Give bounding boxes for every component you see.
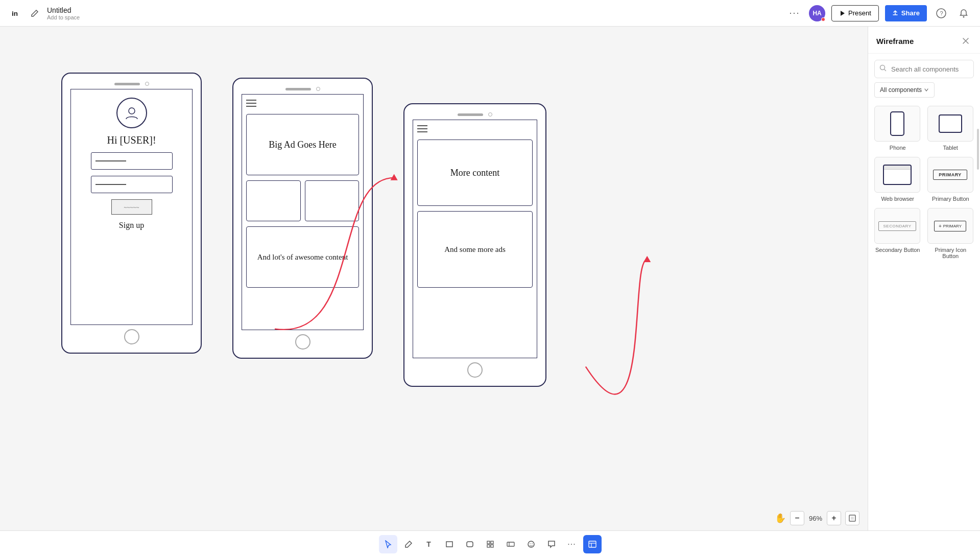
bottom-right-controls: ✋ − 96% + — [775, 511, 859, 525]
hand-tool-icon[interactable]: ✋ — [775, 513, 786, 524]
help-button[interactable]: ? — [933, 5, 949, 21]
phone2-home-button — [295, 334, 310, 350]
main-content: Hi [USER]! ~~~~~ Sign up — [0, 27, 980, 530]
ad-box: Big Ad Goes Here — [246, 114, 359, 175]
phone2-speaker — [285, 88, 311, 90]
components-grid: Phone Tablet Web browser — [874, 106, 974, 259]
ad-text: Big Ad Goes Here — [269, 140, 336, 150]
svg-rect-18 — [507, 542, 514, 546]
svg-rect-17 — [491, 545, 493, 547]
share-button[interactable]: Share — [885, 5, 927, 21]
zoom-out-button[interactable]: − — [790, 511, 804, 525]
tool-more[interactable]: ··· — [563, 535, 581, 553]
content-text: And lot's of awesome content — [257, 253, 348, 262]
fullscreen-button[interactable] — [845, 511, 859, 525]
tool-comment[interactable] — [542, 535, 561, 553]
component-secondary-btn-thumb: SECONDARY — [874, 208, 920, 244]
user-avatar-circle — [116, 98, 147, 128]
component-primary-icon-btn-thumb: + PRIMARY — [927, 208, 973, 244]
present-button[interactable]: Present — [831, 5, 879, 21]
project-title[interactable]: Untitled — [47, 6, 80, 14]
phone-camera — [145, 82, 149, 86]
component-primary-icon-button[interactable]: + PRIMARY Primary Icon Button — [927, 208, 974, 259]
thumb-primary-icon-btn-shape: + PRIMARY — [934, 221, 966, 231]
panel-title: Wireframe — [876, 37, 914, 45]
search-input[interactable] — [874, 60, 974, 78]
components-scroll[interactable]: Phone Tablet Web browser — [868, 102, 980, 530]
zoom-in-button[interactable]: + — [827, 511, 841, 525]
right-panel: Wireframe All components — [868, 27, 980, 530]
thumb-tablet-shape — [939, 114, 962, 133]
zoom-level: 96% — [806, 515, 825, 522]
component-tablet-label: Tablet — [927, 145, 974, 151]
two-col-section — [246, 180, 359, 221]
thumb-browser-shape — [883, 165, 912, 185]
more-content-box: More content — [417, 140, 533, 206]
menu-icon — [246, 100, 359, 107]
phone-wireframe-3[interactable]: More content And some more ads — [403, 103, 546, 387]
component-primary-button[interactable]: PRIMARY Primary Button — [927, 157, 974, 202]
panel-header: Wireframe — [868, 27, 980, 54]
panel-search — [874, 60, 974, 78]
content-box: And lot's of awesome content — [246, 226, 359, 288]
thumb-secondary-btn-shape: SECONDARY — [878, 221, 916, 231]
phone3-camera — [488, 112, 492, 117]
avatar[interactable]: HA — [809, 5, 825, 21]
tool-select[interactable] — [379, 535, 397, 553]
component-phone[interactable]: Phone — [874, 106, 921, 151]
panel-close-button[interactable] — [960, 35, 972, 47]
svg-rect-10 — [851, 517, 854, 520]
phone2-camera — [316, 87, 320, 91]
panel-filter: All components — [868, 82, 980, 102]
phone3-menu-icon — [417, 125, 533, 132]
component-secondary-button[interactable]: SECONDARY Secondary Button — [874, 208, 921, 259]
svg-rect-23 — [589, 541, 596, 547]
svg-point-21 — [530, 543, 531, 544]
svg-rect-12 — [446, 542, 452, 547]
input-field-2 — [91, 176, 173, 193]
project-subtitle[interactable]: Add to space — [47, 14, 80, 20]
svg-marker-8 — [643, 256, 651, 262]
component-primary-btn-thumb: PRIMARY — [927, 157, 973, 193]
phone3-speaker — [458, 113, 483, 116]
canvas[interactable]: Hi [USER]! ~~~~~ Sign up — [0, 27, 868, 530]
search-icon — [879, 64, 887, 74]
zoom-controls: − 96% + — [790, 511, 841, 525]
component-primary-icon-btn-label: Primary Icon Button — [927, 247, 974, 259]
phone-wireframe-1[interactable]: Hi [USER]! ~~~~~ Sign up — [61, 73, 202, 354]
topbar: in Untitled Add to space ··· HA Present … — [0, 0, 980, 27]
svg-marker-2 — [841, 11, 845, 16]
component-web-browser[interactable]: Web browser — [874, 157, 921, 202]
more-options-button[interactable]: ··· — [786, 5, 803, 21]
notifications-button[interactable] — [955, 5, 972, 21]
component-browser-thumb — [874, 157, 920, 193]
component-tablet[interactable]: Tablet — [927, 106, 974, 151]
tool-rounded-rect[interactable] — [461, 535, 479, 553]
component-phone-label: Phone — [874, 145, 921, 151]
tool-components[interactable] — [501, 535, 520, 553]
browser-bar — [884, 166, 911, 170]
input-placeholder-line-2 — [95, 184, 126, 185]
tool-wireframe[interactable] — [583, 535, 602, 553]
component-secondary-btn-label: Secondary Button — [874, 247, 921, 253]
input-field-1 — [91, 152, 173, 170]
signup-box[interactable]: ~~~~~ — [111, 199, 152, 215]
tool-text[interactable]: T — [420, 535, 438, 553]
phone1-screen: Hi [USER]! ~~~~~ Sign up — [70, 89, 193, 325]
tool-emoji[interactable] — [522, 535, 540, 553]
tool-grid[interactable] — [481, 535, 499, 553]
input-placeholder-line — [95, 160, 126, 161]
edit-icon[interactable] — [31, 9, 39, 17]
tool-rectangle[interactable] — [440, 535, 459, 553]
tool-pen[interactable] — [399, 535, 418, 553]
phone-wireframe-2[interactable]: Big Ad Goes Here And lot's of awesome co… — [232, 78, 373, 359]
svg-point-6 — [129, 108, 135, 114]
app-logo[interactable]: in — [8, 5, 25, 21]
component-browser-label: Web browser — [874, 196, 921, 202]
svg-rect-14 — [487, 541, 490, 544]
hi-user-text: Hi [USER]! — [107, 134, 156, 146]
svg-rect-15 — [491, 541, 493, 544]
svg-point-5 — [963, 16, 965, 17]
phone1-home-button — [124, 329, 139, 344]
all-components-filter[interactable]: All components — [874, 82, 935, 98]
